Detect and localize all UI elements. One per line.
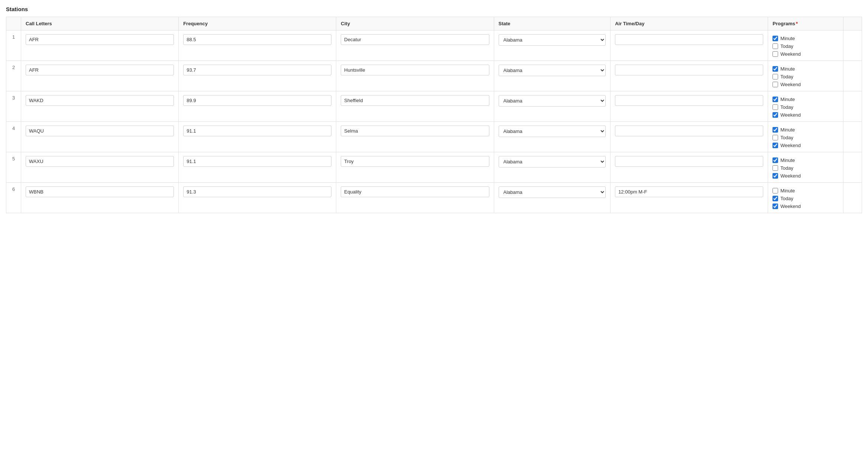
air-time-input[interactable] bbox=[615, 34, 763, 45]
frequency-cell bbox=[179, 122, 336, 152]
today-checkbox[interactable] bbox=[773, 74, 778, 79]
today-checkbox[interactable] bbox=[773, 165, 778, 171]
today-checkbox-label[interactable]: Today bbox=[773, 43, 838, 49]
frequency-input[interactable] bbox=[183, 156, 331, 167]
today-checkbox-label[interactable]: Today bbox=[773, 165, 838, 171]
frequency-cell bbox=[179, 152, 336, 183]
call-letters-input[interactable] bbox=[26, 156, 174, 167]
city-cell bbox=[336, 61, 494, 91]
today-label: Today bbox=[780, 165, 793, 171]
call-letters-input[interactable] bbox=[26, 95, 174, 106]
today-checkbox-label[interactable]: Today bbox=[773, 135, 838, 140]
minute-checkbox[interactable] bbox=[773, 97, 778, 102]
frequency-cell bbox=[179, 61, 336, 91]
frequency-input[interactable] bbox=[183, 65, 331, 75]
state-cell: AlabamaAlaskaArizonaArkansasCaliforniaCo… bbox=[494, 91, 610, 122]
weekend-label: Weekend bbox=[780, 143, 801, 148]
minute-checkbox-label[interactable]: Minute bbox=[773, 188, 838, 193]
minute-checkbox-label[interactable]: Minute bbox=[773, 66, 838, 72]
call-letters-input[interactable] bbox=[26, 126, 174, 136]
minute-checkbox[interactable] bbox=[773, 127, 778, 133]
minute-checkbox-label[interactable]: Minute bbox=[773, 127, 838, 133]
air-time-input[interactable] bbox=[615, 156, 763, 167]
weekend-checkbox-label[interactable]: Weekend bbox=[773, 143, 838, 148]
city-input[interactable] bbox=[341, 34, 489, 45]
city-input[interactable] bbox=[341, 186, 489, 197]
minute-checkbox[interactable] bbox=[773, 66, 778, 72]
minute-checkbox-label[interactable]: Minute bbox=[773, 157, 838, 163]
city-input[interactable] bbox=[341, 95, 489, 106]
air-time-input[interactable] bbox=[615, 65, 763, 75]
today-checkbox[interactable] bbox=[773, 104, 778, 110]
air-time-cell bbox=[610, 122, 768, 152]
weekend-checkbox-label[interactable]: Weekend bbox=[773, 173, 838, 179]
col-header-air-time: Air Time/Day bbox=[610, 17, 768, 30]
minute-checkbox-label[interactable]: Minute bbox=[773, 97, 838, 102]
city-cell bbox=[336, 152, 494, 183]
weekend-checkbox[interactable] bbox=[773, 82, 778, 87]
call-letters-input[interactable] bbox=[26, 186, 174, 197]
state-select[interactable]: AlabamaAlaskaArizonaArkansasCaliforniaCo… bbox=[499, 126, 606, 137]
col-header-actions bbox=[843, 17, 862, 30]
weekend-checkbox-label[interactable]: Weekend bbox=[773, 112, 838, 118]
state-select[interactable]: AlabamaAlaskaArizonaArkansasCaliforniaCo… bbox=[499, 186, 606, 198]
today-checkbox-label[interactable]: Today bbox=[773, 104, 838, 110]
call-letters-input[interactable] bbox=[26, 34, 174, 45]
weekend-checkbox-label[interactable]: Weekend bbox=[773, 204, 838, 209]
air-time-cell bbox=[610, 91, 768, 122]
city-cell bbox=[336, 91, 494, 122]
weekend-label: Weekend bbox=[780, 82, 801, 87]
call-letters-cell bbox=[21, 183, 179, 213]
weekend-checkbox[interactable] bbox=[773, 173, 778, 179]
frequency-input[interactable] bbox=[183, 95, 331, 106]
row-number: 5 bbox=[6, 152, 21, 183]
today-label: Today bbox=[780, 104, 793, 110]
air-time-input[interactable] bbox=[615, 186, 763, 197]
today-label: Today bbox=[780, 135, 793, 140]
table-row: 6AlabamaAlaskaArizonaArkansasCaliforniaC… bbox=[6, 183, 862, 213]
air-time-input[interactable] bbox=[615, 95, 763, 106]
state-select[interactable]: AlabamaAlaskaArizonaArkansasCaliforniaCo… bbox=[499, 34, 606, 46]
city-input[interactable] bbox=[341, 156, 489, 167]
minute-checkbox[interactable] bbox=[773, 36, 778, 41]
today-checkbox-label[interactable]: Today bbox=[773, 74, 838, 79]
minute-checkbox[interactable] bbox=[773, 188, 778, 193]
air-time-cell bbox=[610, 61, 768, 91]
call-letters-input[interactable] bbox=[26, 65, 174, 75]
today-checkbox[interactable] bbox=[773, 43, 778, 49]
minute-checkbox[interactable] bbox=[773, 157, 778, 163]
weekend-checkbox-label[interactable]: Weekend bbox=[773, 51, 838, 57]
frequency-input[interactable] bbox=[183, 34, 331, 45]
table-row: 2AlabamaAlaskaArizonaArkansasCaliforniaC… bbox=[6, 61, 862, 91]
call-letters-cell bbox=[21, 122, 179, 152]
row-number: 2 bbox=[6, 61, 21, 91]
state-select[interactable]: AlabamaAlaskaArizonaArkansasCaliforniaCo… bbox=[499, 95, 606, 107]
city-cell bbox=[336, 122, 494, 152]
air-time-cell bbox=[610, 183, 768, 213]
state-select[interactable]: AlabamaAlaskaArizonaArkansasCaliforniaCo… bbox=[499, 156, 606, 167]
call-letters-cell bbox=[21, 91, 179, 122]
weekend-checkbox[interactable] bbox=[773, 143, 778, 148]
col-header-programs: Programs* bbox=[768, 17, 843, 30]
city-input[interactable] bbox=[341, 126, 489, 136]
state-select[interactable]: AlabamaAlaskaArizonaArkansasCaliforniaCo… bbox=[499, 65, 606, 76]
frequency-input[interactable] bbox=[183, 186, 331, 197]
city-input[interactable] bbox=[341, 65, 489, 75]
page-container: Stations Call Letters Frequency City Sta… bbox=[0, 0, 868, 462]
air-time-input[interactable] bbox=[615, 126, 763, 136]
frequency-input[interactable] bbox=[183, 126, 331, 136]
weekend-checkbox[interactable] bbox=[773, 204, 778, 209]
minute-label: Minute bbox=[780, 66, 795, 72]
weekend-checkbox[interactable] bbox=[773, 51, 778, 57]
stations-table: Call Letters Frequency City State Air Ti… bbox=[6, 17, 862, 213]
today-checkbox-label[interactable]: Today bbox=[773, 196, 838, 201]
weekend-checkbox[interactable] bbox=[773, 112, 778, 118]
state-cell: AlabamaAlaskaArizonaArkansasCaliforniaCo… bbox=[494, 61, 610, 91]
minute-checkbox-label[interactable]: Minute bbox=[773, 36, 838, 41]
col-header-call-letters: Call Letters bbox=[21, 17, 179, 30]
extra-cell bbox=[843, 183, 862, 213]
today-checkbox[interactable] bbox=[773, 135, 778, 140]
today-checkbox[interactable] bbox=[773, 196, 778, 201]
weekend-checkbox-label[interactable]: Weekend bbox=[773, 82, 838, 87]
programs-cell: MinuteTodayWeekend bbox=[768, 183, 843, 213]
